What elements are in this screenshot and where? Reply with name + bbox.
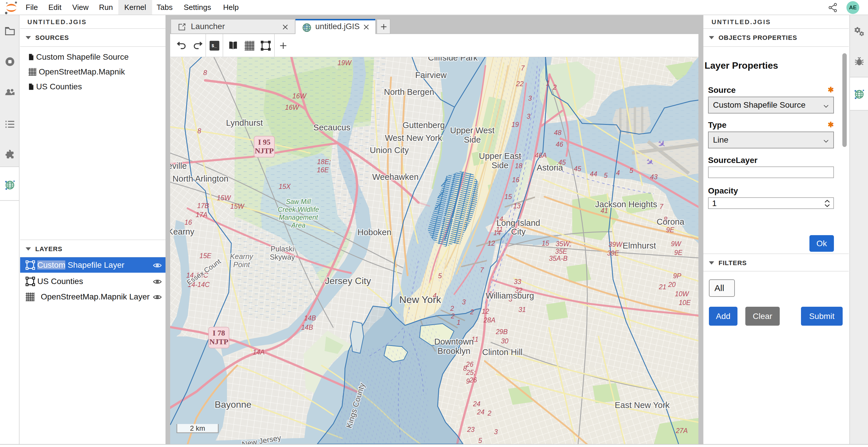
- svg-text:39W: 39W: [609, 241, 623, 248]
- svg-text:15: 15: [542, 240, 549, 247]
- svg-text:35E: 35E: [555, 248, 567, 255]
- svg-text:Fairview: Fairview: [415, 70, 447, 80]
- svg-text:15W: 15W: [230, 203, 245, 210]
- svg-text:I 95: I 95: [258, 138, 271, 146]
- svg-text:NJTP: NJTP: [210, 338, 228, 346]
- svg-text:2: 2: [553, 83, 557, 91]
- svg-text:26: 26: [469, 376, 477, 384]
- svg-text:Williamsburg: Williamsburg: [486, 291, 534, 300]
- svg-text:27A: 27A: [676, 427, 688, 435]
- svg-text:31: 31: [518, 306, 526, 313]
- svg-text:Saw Mill: Saw Mill: [286, 198, 311, 205]
- svg-text:21: 21: [658, 283, 666, 291]
- svg-text:Brooklyn: Brooklyn: [438, 346, 471, 356]
- svg-text:8: 8: [204, 69, 207, 76]
- svg-text:Long Island: Long Island: [496, 218, 540, 228]
- svg-text:18E;: 18E;: [317, 158, 331, 166]
- svg-text:15X: 15X: [279, 183, 291, 190]
- svg-text:9E: 9E: [666, 226, 675, 234]
- svg-text:25;: 25;: [466, 369, 475, 376]
- svg-text:9P: 9P: [673, 272, 682, 280]
- svg-text:9E: 9E: [674, 249, 683, 256]
- svg-text:29B: 29B: [496, 328, 508, 336]
- svg-text:19W: 19W: [337, 59, 352, 67]
- svg-text:Kearny: Kearny: [170, 227, 194, 236]
- svg-text:45: 45: [574, 165, 581, 173]
- svg-text:24: 24: [473, 400, 480, 408]
- svg-text:20: 20: [668, 281, 676, 288]
- svg-text:8: 8: [197, 127, 202, 135]
- svg-text:19: 19: [512, 121, 519, 128]
- svg-text:Pulaski: Pulaski: [271, 245, 294, 253]
- svg-text:7: 7: [480, 266, 484, 274]
- svg-text:16W: 16W: [285, 104, 300, 111]
- svg-text:Weehawken: Weehawken: [372, 172, 418, 182]
- svg-text:Upper East: Upper East: [479, 151, 521, 161]
- svg-text:35A-B: 35A-B: [549, 255, 567, 262]
- svg-text:4: 4: [616, 169, 620, 177]
- svg-text:NJTP: NJTP: [255, 147, 274, 155]
- svg-text:9W: 9W: [671, 240, 682, 248]
- svg-text:City: City: [511, 227, 526, 236]
- svg-text:Secaucus: Secaucus: [313, 123, 350, 132]
- svg-text:3: 3: [528, 95, 532, 102]
- svg-text:46: 46: [556, 141, 563, 148]
- svg-text:Skyway: Skyway: [270, 253, 295, 261]
- svg-text:Lyndhurst: Lyndhurst: [226, 118, 263, 128]
- svg-text:Cliffside Park: Cliffside Park: [428, 57, 478, 62]
- svg-text:39E: 39E: [607, 249, 619, 257]
- svg-text:Point: Point: [234, 261, 250, 269]
- svg-text:East New York: East New York: [615, 401, 670, 410]
- svg-text:eville: eville: [170, 161, 187, 171]
- svg-text:Union City: Union City: [370, 145, 409, 155]
- svg-text:3: 3: [462, 298, 466, 306]
- svg-text:Corona: Corona: [656, 217, 684, 227]
- svg-text:I 78: I 78: [213, 329, 225, 337]
- svg-text:2: 2: [470, 308, 474, 316]
- svg-text:Elmhurst: Elmhurst: [623, 241, 656, 250]
- svg-text:28A: 28A: [484, 316, 496, 324]
- svg-text:15: 15: [504, 193, 512, 201]
- svg-text:North Bergen: North Bergen: [384, 87, 434, 97]
- svg-text:Area: Area: [291, 221, 306, 229]
- svg-text:10E: 10E: [679, 299, 691, 306]
- svg-text:Jackson Heights: Jackson Heights: [595, 200, 657, 209]
- svg-text:16: 16: [512, 176, 520, 184]
- svg-text:$_: $_: [212, 44, 217, 48]
- svg-text:Guttenberg: Guttenberg: [402, 121, 445, 130]
- svg-text:West New York: West New York: [385, 133, 442, 143]
- svg-text:12: 12: [482, 308, 489, 315]
- svg-text:35W;: 35W;: [556, 240, 571, 248]
- svg-text:14B: 14B: [304, 314, 316, 322]
- svg-text:Bayonne: Bayonne: [215, 399, 251, 410]
- svg-text:22: 22: [516, 80, 524, 88]
- svg-text:1: 1: [546, 79, 550, 87]
- svg-text:46A: 46A: [535, 151, 547, 159]
- svg-text:24: 24: [477, 408, 485, 416]
- svg-text:17A: 17A: [196, 211, 208, 218]
- svg-text:Hoboken: Hoboken: [358, 228, 391, 237]
- svg-text:7: 7: [660, 203, 664, 210]
- svg-text:1: 1: [457, 319, 461, 326]
- svg-text:13: 13: [513, 202, 521, 210]
- svg-text:14B: 14B: [301, 323, 313, 331]
- svg-text:3: 3: [494, 428, 498, 436]
- svg-text:Kearny: Kearny: [230, 252, 253, 261]
- svg-text:15W: 15W: [217, 194, 231, 202]
- svg-text:5: 5: [438, 272, 442, 280]
- svg-text:18: 18: [515, 162, 522, 170]
- svg-text:23: 23: [467, 426, 475, 433]
- svg-text:2: 2: [451, 312, 455, 320]
- svg-text:17B: 17B: [197, 202, 209, 209]
- svg-text:44: 44: [590, 170, 597, 178]
- svg-text:48: 48: [554, 129, 561, 136]
- svg-text:2: 2: [450, 305, 454, 312]
- svg-text:33: 33: [514, 278, 521, 285]
- svg-text:2: 2: [488, 409, 492, 417]
- svg-text:16: 16: [184, 218, 192, 226]
- svg-text:14A: 14A: [253, 348, 265, 356]
- svg-text:26: 26: [466, 360, 473, 368]
- svg-text:Jersey City: Jersey City: [325, 276, 371, 286]
- svg-text:Side: Side: [492, 161, 508, 170]
- svg-text:16W: 16W: [292, 92, 307, 100]
